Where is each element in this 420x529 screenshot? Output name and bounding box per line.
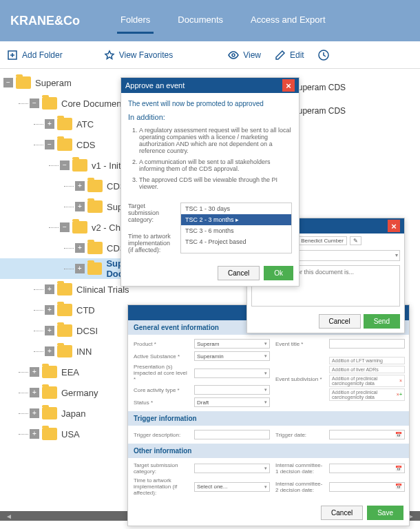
subdivision-pill[interactable]: Addition of preclinical carcinogenicity …	[329, 388, 405, 401]
tree-label: CTD	[76, 305, 95, 315]
category-option[interactable]: TSC 4 - Project based	[181, 236, 291, 247]
expand-icon[interactable]: +	[45, 346, 54, 356]
view-favorites-button[interactable]: View Favorites	[104, 50, 173, 61]
expand-icon[interactable]: +	[30, 429, 39, 439]
subdivision-pill[interactable]: Addition of LFT warning	[329, 357, 405, 364]
view-button[interactable]: View	[228, 50, 261, 61]
subdivision-pill[interactable]: Addition of preclinical carcinogenicity …	[329, 375, 405, 387]
clock-button[interactable]	[318, 50, 329, 61]
field-label: Time to artwork implementation (if affec…	[134, 477, 189, 496]
cancel-button[interactable]: Cancel	[218, 266, 260, 280]
expand-icon[interactable]: +	[45, 305, 54, 315]
close-icon[interactable]: ×	[282, 79, 295, 92]
collapse-icon[interactable]: −	[45, 140, 54, 149]
logo: KRANE&Co	[10, 14, 117, 28]
active-substance-select[interactable]: Superamin▾	[194, 351, 270, 361]
star-icon	[104, 50, 115, 61]
expand-icon[interactable]: +	[30, 408, 39, 418]
field-label: Target submission category:	[134, 462, 189, 475]
event-form-dialog: × General event information Product * Su…	[127, 304, 410, 526]
tree-label: ATC	[76, 119, 94, 129]
collapse-icon[interactable]: −	[30, 98, 39, 108]
folder-icon	[42, 97, 57, 110]
folder-icon	[87, 242, 103, 254]
folder-icon	[57, 283, 72, 295]
tab-folders[interactable]: Folders	[117, 8, 154, 34]
pencil-icon	[275, 50, 286, 61]
field-label: Presentation (s) impacted at core level …	[134, 364, 189, 382]
section-header: Other information	[128, 444, 409, 458]
tree-label: Core Documents	[61, 98, 129, 109]
tab-documents[interactable]: Documents	[174, 8, 227, 34]
approve-message: The event will now be promoted to approv…	[128, 100, 292, 107]
category-label: Target submission category:	[128, 203, 176, 223]
view-favorites-label: View Favorites	[119, 50, 173, 60]
tab-access[interactable]: Access and Export	[247, 8, 328, 34]
cancel-button[interactable]: Cancel	[321, 506, 363, 520]
tree-label: Superam	[35, 78, 72, 88]
expand-icon[interactable]: +	[75, 243, 85, 253]
expand-icon[interactable]: +	[75, 202, 85, 211]
close-icon[interactable]: ×	[388, 220, 400, 232]
category-option[interactable]: TSC 1 - 30 days	[181, 203, 291, 214]
arrow-left-icon[interactable]: ◄	[6, 512, 12, 520]
add-tag-button[interactable]: ✎	[350, 236, 361, 245]
cancel-button[interactable]: Cancel	[319, 314, 361, 329]
expand-icon[interactable]: +	[30, 367, 39, 377]
add-icon[interactable]: +	[399, 392, 402, 397]
add-folder-button[interactable]: Add Folder	[7, 50, 63, 61]
category-option[interactable]: TSC 3 - 6 months	[181, 225, 291, 236]
trigger-desc-input[interactable]	[194, 430, 270, 439]
field-label: Core activity type *	[134, 387, 189, 393]
internal1-date[interactable]: 📅	[329, 464, 405, 473]
folder-icon	[72, 159, 87, 172]
status-select[interactable]: Draft▾	[194, 397, 270, 407]
expand-icon[interactable]: +	[45, 284, 54, 294]
field-label: Event subdivision *	[275, 376, 324, 382]
folder-icon	[42, 386, 57, 399]
folder-icon	[57, 304, 72, 316]
approve-dialog: Approve an event × The event will now be…	[120, 77, 300, 287]
internal2-date[interactable]: 📅	[329, 482, 405, 492]
category-option[interactable]: TSC 2 - 3 months ▸	[181, 214, 291, 225]
presentation-select[interactable]: ▾	[194, 369, 270, 378]
core-activity-select[interactable]: ▾	[194, 385, 270, 395]
folder-icon	[42, 407, 57, 419]
folder-icon	[57, 324, 72, 337]
field-label: Status *	[134, 400, 189, 406]
list-item: A regulatory assessment request will be …	[139, 127, 292, 154]
tree-label: Germany	[61, 388, 98, 398]
expand-icon[interactable]: +	[75, 264, 85, 273]
edit-button[interactable]: Edit	[275, 50, 304, 61]
collapse-icon[interactable]: −	[60, 160, 70, 170]
expand-icon[interactable]: +	[45, 326, 54, 335]
trigger-date-input[interactable]: 📅	[329, 430, 405, 439]
expand-icon[interactable]: +	[45, 119, 54, 129]
save-button[interactable]: Save	[367, 506, 403, 520]
remove-icon[interactable]: ×	[399, 378, 402, 383]
send-button[interactable]: Send	[364, 314, 400, 329]
collapse-icon[interactable]: −	[60, 222, 70, 232]
subdivision-pill[interactable]: Addition of liver ADRs	[329, 366, 405, 373]
field-label: Event title *	[275, 341, 324, 347]
time-artwork-select[interactable]: Select one...▾	[194, 482, 270, 492]
field-label: Internal committee-1 decision date:	[275, 462, 324, 475]
expand-icon[interactable]: +	[75, 181, 85, 191]
nav-tabs: Folders Documents Access and Export	[117, 8, 329, 34]
tree-label: INN	[76, 346, 92, 357]
time-label: Time to artwork implementation (if affec…	[128, 233, 176, 253]
field-label: Trigger description:	[134, 432, 189, 438]
folder-icon	[42, 428, 57, 440]
target-sub-select[interactable]: ▾	[194, 464, 270, 473]
app-header: KRANE&Co Folders Documents Access and Ex…	[0, 0, 420, 41]
folder-icon	[87, 200, 103, 213]
field-label: Trigger date:	[275, 432, 324, 438]
event-title-input[interactable]	[329, 339, 405, 349]
expand-icon[interactable]: +	[30, 388, 39, 397]
tag[interactable]: ×Benedict Cumber	[293, 236, 346, 245]
product-select[interactable]: Superam▾	[194, 339, 270, 349]
ok-button[interactable]: Ok	[264, 266, 293, 280]
eye-icon	[228, 50, 239, 61]
folder-icon	[87, 262, 103, 275]
collapse-icon[interactable]: −	[3, 78, 13, 87]
